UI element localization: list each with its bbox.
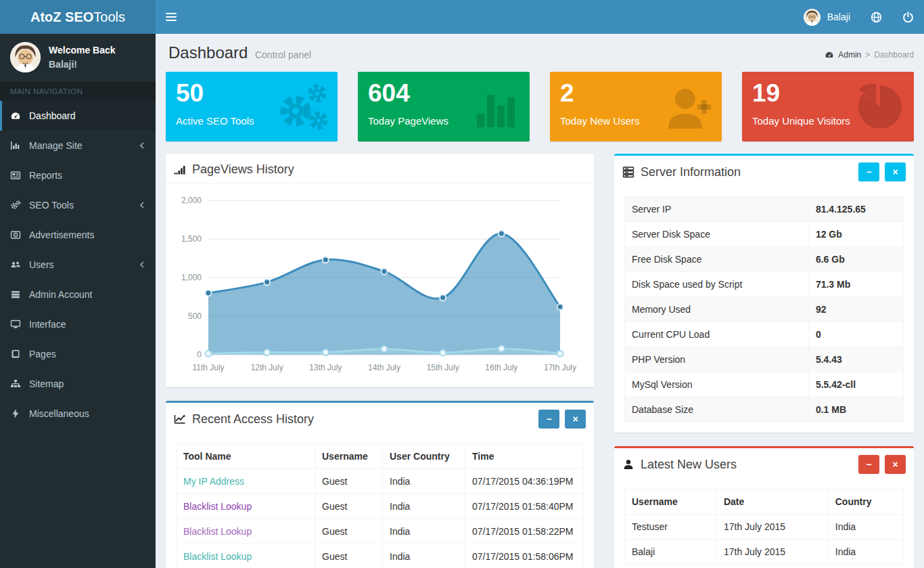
server-info-label: Server Disk Space — [625, 222, 809, 247]
sidebar-item-manage-site[interactable]: Manage Site — [0, 131, 156, 160]
table-row: Blacklist Lookup Guest India 07/17/2015 … — [177, 544, 584, 568]
sidebar-item-pages[interactable]: Pages — [0, 339, 156, 369]
top-navbar: Balaji — [156, 0, 924, 34]
sidebar-item-label: Users — [29, 259, 139, 270]
server-info-label: Disk Space used by Script — [625, 272, 809, 297]
server-info-value: 0.1 MB — [808, 397, 903, 422]
svg-text:2,000: 2,000 — [181, 196, 202, 205]
sidebar-toggle-button[interactable] — [156, 0, 187, 34]
info-box-today-new-users: 2 Today New Users — [550, 72, 722, 141]
column-header-time: Time — [465, 444, 584, 469]
server-info-value: 81.4.125.65 — [808, 197, 903, 222]
svg-text:12th July: 12th July — [251, 363, 283, 372]
pageviews-area-chart: 05001,0001,5002,00011th July12th July13t… — [169, 191, 577, 379]
cell-country: India — [383, 469, 465, 494]
user-menu[interactable]: Balaji — [793, 0, 860, 34]
sidebar-item-interface[interactable]: Interface — [0, 309, 156, 339]
tool-link[interactable]: My IP Address — [183, 476, 244, 487]
server-info-value: 5.5.42-cll — [808, 372, 903, 397]
sidebar-section-label: MAIN NAVIGATION — [0, 82, 156, 101]
chevron-left-icon — [139, 261, 145, 268]
collapse-button[interactable]: − — [858, 455, 879, 474]
close-button[interactable]: × — [565, 410, 586, 429]
sidebar-item-label: Advertisements — [29, 230, 145, 240]
gears-icon — [10, 200, 21, 211]
column-header-date: Date — [716, 489, 828, 515]
brand-logo[interactable]: AtoZ SEOTools — [0, 0, 156, 34]
server-icon — [622, 166, 634, 178]
latest-users-table: Username Date Country Testuser 17th July… — [624, 489, 904, 565]
dashboard-icon — [10, 110, 21, 121]
page-title: Dashboard — [168, 43, 248, 62]
sidebar-item-sitemap[interactable]: Sitemap — [0, 369, 156, 399]
collapse-button[interactable]: − — [858, 162, 879, 181]
table-row: Memory Used92 — [625, 297, 904, 322]
svg-text:0: 0 — [197, 350, 202, 359]
ad-icon — [10, 230, 21, 240]
cell-country: India — [383, 544, 465, 568]
welcome-user-name: Balaji! — [49, 58, 116, 71]
server-info-value: 92 — [808, 297, 903, 322]
line-chart-icon — [174, 413, 186, 425]
table-row: Balaji 17th July 2015 India — [625, 540, 904, 565]
sidebar-item-reports[interactable]: Reports — [0, 160, 156, 190]
newspaper-icon — [10, 170, 21, 181]
table-row: Disk Space used by Script71.3 Mb — [625, 272, 904, 297]
info-boxes-row: 50 Active SEO Tools 604 Today PageViews … — [166, 72, 914, 141]
breadcrumb-separator: > — [865, 50, 870, 60]
close-button[interactable]: × — [885, 455, 906, 474]
cell-time: 07/17/2015 01:58:06PM — [465, 544, 584, 568]
brand-bold: AtoZ SEO — [30, 9, 93, 24]
globe-icon — [871, 12, 882, 23]
cell-time: 07/17/2015 04:36:19PM — [465, 469, 584, 494]
sitemap-icon — [10, 378, 21, 389]
sidebar-item-label: Sitemap — [29, 378, 145, 389]
bar-chart-icon — [10, 140, 21, 151]
panel-title: Latest New Users — [641, 458, 737, 472]
chevron-left-icon — [139, 142, 145, 149]
sidebar-item-label: Admin Account — [29, 289, 145, 300]
sidebar-item-miscellaneous[interactable]: Miscellaneous — [0, 399, 156, 429]
sidebar-item-users[interactable]: Users — [0, 250, 156, 280]
svg-text:17th July: 17th July — [544, 363, 576, 372]
language-button[interactable] — [860, 0, 892, 34]
breadcrumb: Admin > Dashboard — [825, 50, 914, 62]
sidebar-item-seo-tools[interactable]: SEO Tools — [0, 190, 156, 220]
sidebar-menu: Dashboard Manage Site Reports SEO Tools … — [0, 101, 156, 429]
info-box-today-pageviews: 604 Today PageViews — [358, 72, 530, 141]
collapse-button[interactable]: − — [538, 410, 559, 429]
tool-link[interactable]: Blacklist Lookup — [183, 501, 252, 512]
sidebar-item-admin-account[interactable]: Admin Account — [0, 280, 156, 309]
bolt-icon — [10, 408, 21, 419]
table-row: Server Disk Space12 Gb — [625, 222, 904, 247]
pie-chart-icon — [849, 79, 907, 135]
server-info-label: Current CPU Load — [625, 322, 809, 347]
recent-access-table: Tool Name Username User Country Time My … — [176, 443, 584, 568]
sidebar-item-advertisements[interactable]: Advertisements — [0, 220, 156, 250]
tool-link[interactable]: Blacklist Lookup — [183, 526, 252, 537]
close-button[interactable]: × — [885, 162, 906, 181]
logout-button[interactable] — [892, 0, 924, 34]
cell-username: Guest — [315, 494, 383, 519]
breadcrumb-admin-link[interactable]: Admin — [838, 50, 861, 60]
tool-link[interactable]: Blacklist Lookup — [183, 551, 252, 562]
panel-title: Recent Access History — [192, 412, 314, 427]
chevron-left-icon — [139, 202, 145, 209]
latest-new-users-panel: Latest New Users − × Username Date Cou — [614, 446, 914, 568]
sidebar-item-dashboard[interactable]: Dashboard — [0, 101, 156, 131]
bar-chart-icon — [465, 79, 523, 135]
sidebar-item-label: Miscellaneous — [29, 408, 145, 419]
cell-time: 07/17/2015 01:58:22PM — [465, 519, 584, 544]
server-info-label: Server IP — [625, 197, 809, 222]
server-info-value: 12 Gb — [808, 222, 903, 247]
welcome-label: Welcome Back — [49, 43, 116, 57]
recent-access-history-panel: Recent Access History − × Tool Name User… — [166, 401, 594, 568]
table-row: Testuser 17th July 2015 India — [625, 515, 904, 540]
panel-title: PageViews History — [192, 162, 294, 177]
server-info-value: 5.4.43 — [808, 347, 903, 372]
table-row: Free Disk Space6.6 Gb — [625, 247, 904, 272]
table-row: PHP Version5.4.43 — [625, 347, 904, 372]
server-info-label: Memory Used — [625, 297, 809, 322]
info-box-active-seo-tools: 50 Active SEO Tools — [166, 72, 338, 141]
avatar — [804, 9, 821, 26]
